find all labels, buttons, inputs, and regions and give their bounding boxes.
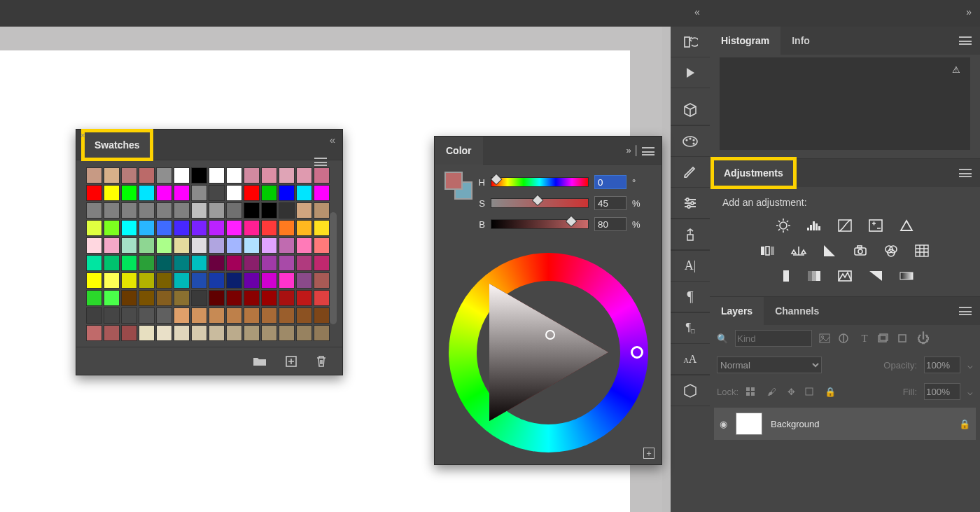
swatch[interactable] (139, 272, 155, 289)
swatch[interactable] (156, 255, 172, 271)
swatch[interactable] (279, 290, 295, 306)
swatch[interactable] (86, 185, 102, 201)
swatch[interactable] (296, 255, 312, 271)
rail-properties-icon[interactable] (671, 375, 710, 406)
swatch[interactable] (191, 237, 207, 254)
color-collapse-icon[interactable]: » │ (626, 145, 654, 155)
swatch[interactable] (174, 237, 190, 254)
swatch[interactable] (296, 185, 312, 201)
swatch[interactable] (86, 237, 102, 254)
swatch[interactable] (86, 307, 102, 324)
swatch[interactable] (244, 220, 260, 236)
swatch[interactable] (104, 202, 120, 219)
tab-channels[interactable]: Channels (764, 297, 830, 325)
color-panel[interactable]: Color » │ H ° S % (434, 136, 662, 465)
swatch[interactable] (156, 237, 172, 254)
swatch[interactable] (226, 185, 242, 201)
rail-brush-settings-icon[interactable] (671, 188, 710, 219)
swatch[interactable] (314, 272, 330, 289)
swatch[interactable] (314, 290, 330, 306)
swatch[interactable] (121, 290, 137, 306)
bri-slider[interactable] (491, 219, 589, 229)
swatch[interactable] (261, 307, 277, 324)
swatch[interactable] (314, 255, 330, 271)
adj-vibrance-icon[interactable] (897, 218, 916, 233)
swatch[interactable] (244, 237, 260, 254)
swatch[interactable] (86, 202, 102, 219)
tab-layers[interactable]: Layers (710, 297, 764, 325)
swatch[interactable] (139, 202, 155, 219)
bri-input[interactable] (594, 217, 626, 231)
swatch[interactable] (139, 307, 155, 324)
swatch[interactable] (261, 202, 277, 219)
swatch[interactable] (86, 290, 102, 306)
fg-bg-color[interactable] (444, 172, 472, 200)
swatch[interactable] (209, 307, 225, 324)
swatch[interactable] (314, 325, 330, 341)
adj-levels-icon[interactable] (805, 218, 823, 233)
swatch[interactable] (279, 325, 295, 341)
swatch[interactable] (226, 237, 242, 254)
new-swatch-icon[interactable] (285, 355, 298, 368)
layer-thumbnail[interactable] (736, 413, 762, 435)
swatch[interactable] (121, 220, 137, 236)
swatch[interactable] (139, 255, 155, 271)
swatch[interactable] (296, 167, 312, 184)
visibility-eye-icon[interactable]: ◉ (720, 419, 727, 429)
swatch[interactable] (104, 220, 120, 236)
adj-threshold-icon[interactable] (836, 268, 854, 284)
swatch[interactable] (121, 202, 137, 219)
adj-exposure-icon[interactable] (867, 218, 885, 233)
swatch[interactable] (279, 185, 295, 201)
swatch[interactable] (296, 307, 312, 324)
swatch[interactable] (279, 255, 295, 271)
sat-slider[interactable] (491, 198, 589, 208)
swatch[interactable] (279, 220, 295, 236)
adj-color-lookup-icon[interactable] (913, 243, 931, 258)
swatch[interactable] (244, 290, 260, 306)
swatch[interactable] (261, 220, 277, 236)
swatch[interactable] (209, 167, 225, 184)
tab-swatches[interactable]: Swatches (83, 131, 151, 159)
tab-histogram[interactable]: Histogram (710, 27, 780, 55)
expand-right-icon[interactable]: » (966, 6, 972, 18)
adj-brightness-contrast-icon[interactable] (774, 218, 792, 233)
swatch[interactable] (139, 167, 155, 184)
swatch[interactable] (174, 185, 190, 201)
swatch[interactable] (174, 272, 190, 289)
swatch[interactable] (226, 202, 242, 219)
swatch[interactable] (139, 237, 155, 254)
swatch[interactable] (139, 325, 155, 341)
swatch[interactable] (139, 220, 155, 236)
swatch[interactable] (314, 202, 330, 219)
adj-gradient-map-icon[interactable] (867, 268, 885, 284)
adj-hue-saturation-icon[interactable] (759, 243, 777, 258)
swatch[interactable] (174, 167, 190, 184)
swatch[interactable] (244, 202, 260, 219)
layers-panel-menu-icon[interactable] (959, 307, 972, 315)
swatch[interactable] (191, 272, 207, 289)
swatches-collapse-icon[interactable]: « (330, 134, 335, 146)
swatch[interactable] (296, 220, 312, 236)
swatch[interactable] (104, 307, 120, 324)
swatch[interactable] (86, 255, 102, 271)
swatch[interactable] (191, 255, 207, 271)
swatch[interactable] (209, 325, 225, 341)
rail-glyphs-icon[interactable]: ¶□ (671, 313, 710, 344)
sat-input[interactable] (594, 196, 626, 210)
hue-input[interactable] (594, 175, 626, 189)
swatch[interactable] (314, 307, 330, 324)
rail-character-icon[interactable]: A| (671, 251, 710, 282)
tab-adjustments[interactable]: Adjustments (713, 159, 794, 187)
swatch[interactable] (86, 220, 102, 236)
adj-black-white-icon[interactable] (820, 243, 839, 258)
adj-curves-icon[interactable] (836, 218, 854, 233)
foreground-color-chip[interactable] (444, 172, 463, 190)
opacity-stepper-icon[interactable]: ⌵ (967, 360, 973, 371)
swatch[interactable] (191, 290, 207, 306)
histogram-panel-menu-icon[interactable] (959, 36, 972, 45)
hue-ring-selector[interactable] (631, 346, 643, 359)
swatch[interactable] (104, 185, 120, 201)
swatch[interactable] (156, 167, 172, 184)
swatch[interactable] (226, 167, 242, 184)
